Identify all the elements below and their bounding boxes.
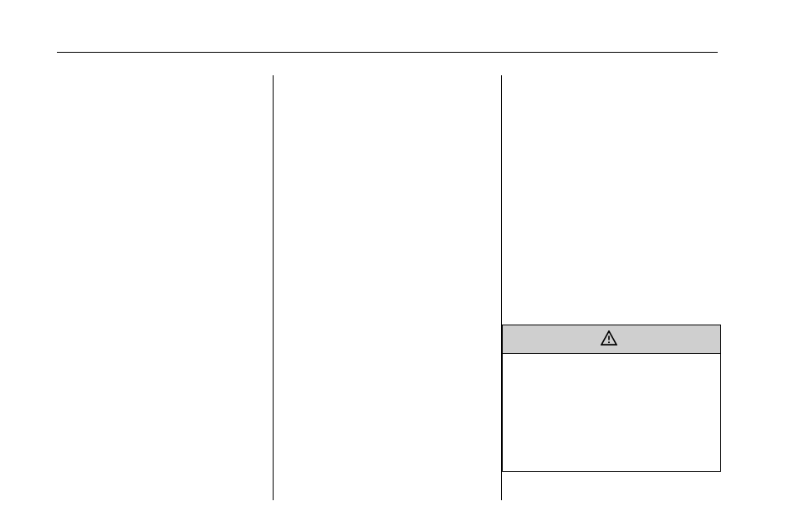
columns-container (57, 75, 718, 500)
caution-box (502, 325, 721, 472)
column-3 (501, 75, 718, 500)
warning-triangle-icon (601, 330, 617, 348)
caution-body-text (503, 354, 720, 471)
column-2 (273, 75, 489, 500)
caution-header (503, 325, 720, 354)
svg-point-1 (608, 341, 610, 343)
column-1 (57, 75, 261, 500)
horizontal-rule (57, 52, 718, 53)
